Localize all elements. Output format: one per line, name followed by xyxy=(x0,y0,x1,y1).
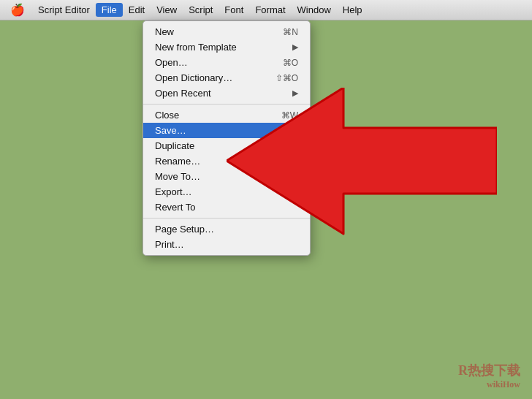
menu-item-new[interactable]: New ⌘N xyxy=(143,24,310,39)
menu-item-rename-label: Rename… xyxy=(155,156,298,167)
menu-item-save[interactable]: Save… ⌘S xyxy=(143,123,310,138)
menu-item-duplicate-label: Duplicate xyxy=(155,140,276,151)
menu-item-revert-to-label: Revert To xyxy=(155,202,298,213)
menu-item-revert-to[interactable]: Revert To xyxy=(143,200,310,215)
menu-item-close[interactable]: Close ⌘W xyxy=(143,107,310,123)
menu-item-open-dictionary-shortcut: ⇧⌘O xyxy=(276,73,298,83)
menubar-view[interactable]: View xyxy=(151,3,183,17)
watermark-line1: R热搜下载 xyxy=(458,362,520,379)
menubar-file[interactable]: File xyxy=(96,3,123,17)
watermark: R热搜下载 wikiHow xyxy=(458,362,520,390)
menu-item-move-to-label: Move To… xyxy=(155,171,298,182)
menu-item-save-shortcut: ⌘S xyxy=(284,126,298,136)
menu-item-close-label: Close xyxy=(155,110,281,121)
apple-menu[interactable]: 🍎 xyxy=(3,3,32,17)
menu-item-open-recent-arrow: ▶ xyxy=(292,88,298,98)
menubar: 🍎 Script Editor File Edit View Script Fo… xyxy=(0,0,532,20)
menubar-script-editor[interactable]: Script Editor xyxy=(32,3,96,17)
menubar-font[interactable]: Font xyxy=(218,3,249,17)
menu-item-page-setup[interactable]: Page Setup… xyxy=(143,221,310,237)
menu-item-duplicate[interactable]: Duplicate ⇧⌘S xyxy=(143,138,310,153)
menubar-help[interactable]: Help xyxy=(337,3,368,17)
menu-item-rename[interactable]: Rename… xyxy=(143,153,310,169)
menu-item-new-label: New xyxy=(155,26,283,37)
menu-item-new-shortcut: ⌘N xyxy=(283,27,298,37)
file-menu-dropdown: New ⌘N New from Template ▶ Open… ⌘O Open… xyxy=(142,20,311,256)
menu-item-export-label: Export… xyxy=(155,186,298,197)
menu-item-page-setup-label: Page Setup… xyxy=(155,224,298,235)
menubar-edit[interactable]: Edit xyxy=(123,3,151,17)
menu-item-open-label: Open… xyxy=(155,57,283,68)
watermark-line2: wikiHow xyxy=(458,379,520,390)
menu-item-open-dictionary-label: Open Dictionary… xyxy=(155,72,276,83)
menu-item-export[interactable]: Export… xyxy=(143,184,310,200)
menu-item-open-dictionary[interactable]: Open Dictionary… ⇧⌘O xyxy=(143,70,310,86)
menu-item-new-from-template[interactable]: New from Template ▶ xyxy=(143,39,310,55)
separator-2 xyxy=(143,218,310,218)
menu-item-close-shortcut: ⌘W xyxy=(281,110,298,121)
menu-item-open[interactable]: Open… ⌘O xyxy=(143,55,310,70)
menu-item-save-label: Save… xyxy=(155,125,284,136)
menu-item-duplicate-shortcut: ⇧⌘S xyxy=(276,141,298,151)
menubar-window[interactable]: Window xyxy=(292,3,337,17)
separator-1 xyxy=(143,104,310,104)
menu-item-new-from-template-label: New from Template xyxy=(155,42,292,53)
menu-item-open-shortcut: ⌘O xyxy=(283,58,298,68)
menubar-script[interactable]: Script xyxy=(183,3,218,17)
menu-item-open-recent[interactable]: Open Recent ▶ xyxy=(143,86,310,101)
menu-item-new-from-template-arrow: ▶ xyxy=(292,42,298,52)
menubar-format[interactable]: Format xyxy=(249,3,291,17)
menu-item-print[interactable]: Print… xyxy=(143,237,310,252)
menu-item-move-to[interactable]: Move To… xyxy=(143,169,310,184)
menu-item-open-recent-label: Open Recent xyxy=(155,88,292,99)
menu-item-print-label: Print… xyxy=(155,239,298,250)
